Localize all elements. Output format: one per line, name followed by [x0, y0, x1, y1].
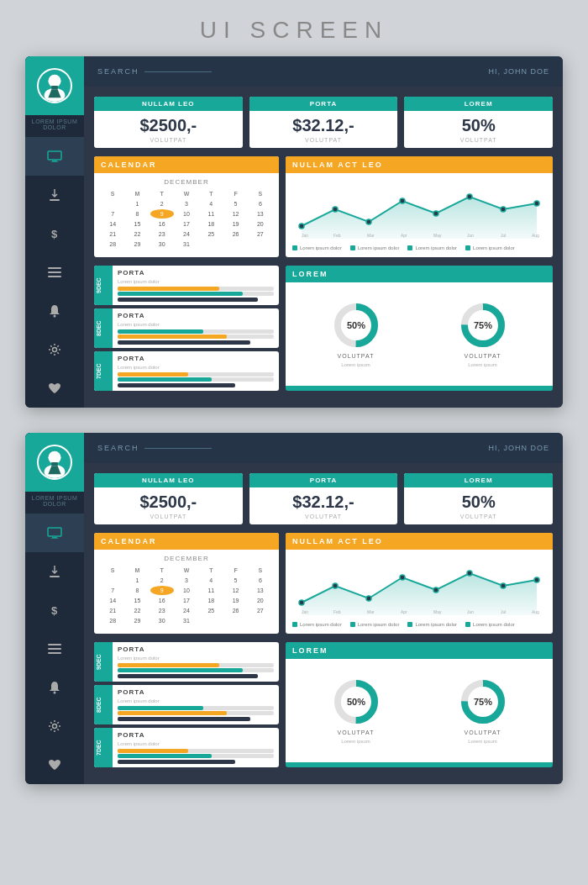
cal-day-cell: 4 [199, 199, 223, 208]
svg-point-52 [299, 600, 304, 605]
bottom-row-1: 9DEC PORTA Lorem ipsum dolor [94, 266, 553, 391]
sidebar-item-settings[interactable] [25, 330, 84, 369]
chart-card-1: NULLAM ACT LEO [286, 156, 553, 257]
sidebar-item-monitor[interactable] [25, 137, 84, 176]
sidebar-1: LOREM IPSUM DOLOR $ [25, 56, 84, 408]
cal-day-cell: 4 [199, 576, 223, 585]
stat-card-nullam-2: NULLAM LEO $2500,- VOLUTPAT [94, 473, 243, 524]
prog-bar-2b [118, 668, 274, 672]
stat-header-nullam-2: NULLAM LEO [94, 473, 243, 487]
cal-day-cell: 19 [223, 219, 247, 229]
svg-point-53 [333, 583, 338, 588]
prog-bar-2e [118, 749, 274, 753]
search-label-2: SEARCH [97, 444, 139, 452]
sidebar-nav: $ [25, 137, 84, 408]
svg-rect-39 [51, 462, 58, 466]
cal-day-cell [249, 616, 272, 625]
sidebar-item-download-2[interactable] [25, 552, 84, 591]
donut-sub-50: Lorem ipsum [341, 362, 370, 367]
cal-day-cell: 9 [150, 209, 174, 219]
prog-bar-track-5 [118, 372, 274, 377]
sidebar-item-monitor-2[interactable] [25, 514, 84, 552]
svg-text:Aug: Aug [532, 609, 539, 614]
prog-content-9dec: PORTA Lorem ipsum dolor [113, 266, 279, 305]
sidebar-item-list-2[interactable] [25, 630, 84, 668]
prog-desc-9dec: Lorem ipsum dolor [118, 279, 274, 284]
prog-bar-2a [118, 663, 274, 667]
sidebar-item-list[interactable] [25, 253, 84, 292]
prog-bar-fill-orange-3 [118, 372, 188, 377]
svg-text:Jul: Jul [501, 233, 506, 238]
svg-point-12 [54, 315, 56, 318]
cal-day-cell: 27 [249, 229, 272, 239]
progress-item-9dec-2: 9DEC PORTA Lorem ipsum dolor [94, 642, 279, 682]
stat-sub-porta-2: VOLUTPAT [249, 514, 398, 524]
cal-day-cell [101, 199, 124, 208]
svg-point-21 [501, 207, 506, 212]
page-title: UI SCREEN [0, 0, 588, 56]
cal-day-cell: 23 [150, 229, 174, 239]
sidebar-item-bell-2[interactable] [25, 668, 84, 707]
cal-day-cell: 22 [125, 606, 149, 615]
svg-rect-9 [48, 267, 61, 269]
cal-day-cell: 26 [223, 606, 247, 615]
sidebar-item-settings-2[interactable] [25, 707, 84, 745]
stat-value-lorem: 50% [404, 111, 553, 137]
cal-day-cell: 15 [125, 596, 149, 605]
svg-point-18 [400, 198, 405, 203]
stat-header-porta: PORTA [249, 97, 398, 111]
top-bar-1: SEARCH HI, JOHN DOE [84, 56, 563, 87]
calendar-body-1: DECEMBER SMTWTFS123456789101112131415161… [94, 173, 279, 254]
prog-title-7dec: PORTA [118, 355, 274, 362]
svg-rect-42 [52, 537, 57, 539]
user-label-2: LOREM IPSUM DOLOR [25, 492, 84, 514]
cal-day-cell: 30 [150, 240, 174, 249]
svg-text:50%: 50% [346, 697, 365, 707]
sidebar-item-heart[interactable] [25, 369, 84, 408]
stat-value-porta-2: $32.12,- [249, 487, 398, 514]
svg-point-0 [48, 75, 60, 87]
svg-text:Jul: Jul [501, 609, 506, 614]
sidebar-item-dollar[interactable]: $ [25, 214, 84, 253]
stat-sub-lorem: VOLUTPAT [404, 137, 553, 148]
svg-text:Jan: Jan [302, 233, 308, 238]
stat-sub-lorem-2: VOLUTPAT [404, 514, 553, 524]
progress-item-7dec-2: 7DEC PORTA Lorem ipsum dolor [94, 728, 279, 767]
donut-card-2: LOREM 50% VOLUTPAT Lorem ipsum [286, 642, 553, 767]
donut-item-75: 75% VOLUTPAT Lorem ipsum [459, 301, 507, 367]
legend-item-2b: Lorem ipsum dolor [350, 622, 400, 627]
prog-date-9dec: 9DEC [94, 266, 113, 305]
donut-sub-50-2: Lorem ipsum [341, 739, 370, 744]
prog-title-9dec: PORTA [118, 269, 274, 277]
cal-day-cell: 15 [125, 219, 149, 229]
prog-bar-fill-2d [118, 711, 227, 715]
calendar-header-2: CALENDAR [94, 533, 279, 550]
prog-desc-8dec: Lorem ipsum dolor [118, 322, 274, 327]
svg-point-55 [400, 575, 405, 580]
sidebar-item-download[interactable] [25, 176, 84, 214]
middle-row-2: CALENDAR DECEMBER SMTWTFS123456789101112… [94, 533, 553, 634]
donut-item-50: 50% VOLUTPAT Lorem ipsum [332, 301, 381, 367]
svg-text:75%: 75% [473, 697, 491, 707]
cal-grid-2: SMTWTFS123456789101112131415161718192021… [101, 566, 272, 625]
sidebar-item-bell[interactable] [25, 292, 84, 330]
calendar-card-2: CALENDAR DECEMBER SMTWTFS123456789101112… [94, 533, 279, 634]
legend-item-2a: Lorem ipsum dolor [292, 622, 342, 627]
sidebar-item-dollar-2[interactable]: $ [25, 591, 84, 630]
stat-value-porta: $32.12,- [249, 111, 398, 137]
cal-day-cell: 9 [150, 586, 174, 595]
cal-day-cell: 17 [175, 219, 198, 229]
middle-row-1: CALENDAR DECEMBER SMTWTFS123456789101112… [94, 156, 553, 257]
prog-bar-2c [118, 706, 274, 710]
legend-item: Lorem ipsum dolor [292, 245, 342, 250]
cal-day-cell: 12 [223, 209, 247, 219]
sidebar-item-heart-2[interactable] [25, 745, 84, 784]
calendar-body-2: DECEMBER SMTWTFS123456789101112131415161… [94, 550, 279, 630]
chart-header-2: NULLAM ACT LEO [286, 533, 553, 550]
cal-day-cell: 6 [249, 576, 272, 585]
search-bar-2: SEARCH [97, 444, 212, 452]
cal-day-cell: 24 [175, 606, 198, 615]
prog-content-8dec: PORTA Lorem ipsum dolor [113, 308, 279, 348]
prog-bar-fill-2f [118, 754, 212, 758]
prog-content-7dec-2: PORTA Lorem ipsum dolor [113, 728, 279, 767]
